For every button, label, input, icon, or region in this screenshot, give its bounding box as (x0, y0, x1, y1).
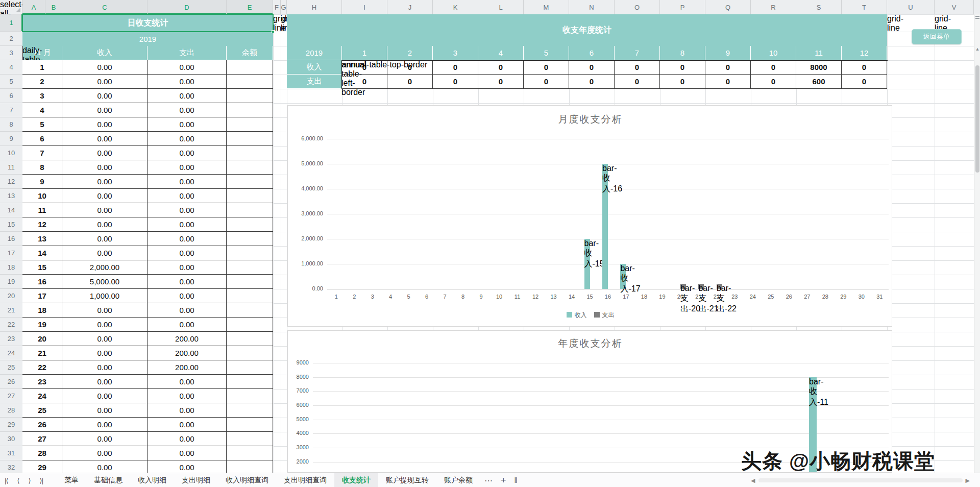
daily-cell-day[interactable]: 25 (22, 403, 62, 418)
column-header-O[interactable]: O (615, 0, 660, 14)
daily-cell-expense[interactable]: 0.00 (148, 418, 227, 432)
column-header-F[interactable]: F (273, 0, 281, 14)
annual-header-month-6[interactable]: 6 (569, 46, 615, 60)
hscroll-left-icon[interactable]: ◀ (748, 477, 758, 484)
annual-header-month-9[interactable]: 9 (705, 46, 751, 60)
daily-cell-income[interactable]: 0.00 (62, 132, 148, 146)
vertical-scrollbar[interactable]: ▲ (974, 14, 980, 473)
daily-cell-balance[interactable] (227, 89, 273, 103)
daily-cell-income[interactable]: 0.00 (62, 460, 148, 473)
annual-cell-支出-10[interactable]: 0 (751, 75, 796, 89)
row-header-20[interactable]: 20 (0, 289, 22, 303)
annual-header-month-11[interactable]: 11 (796, 46, 842, 60)
row-header-29[interactable]: 29 (0, 418, 22, 432)
daily-cell-day[interactable]: 17 (22, 289, 62, 303)
daily-cell-balance[interactable] (227, 389, 273, 403)
annual-cell-收入-6[interactable]: 0 (569, 60, 615, 75)
daily-cell-expense[interactable]: 0.00 (148, 232, 227, 246)
daily-cell-balance[interactable] (227, 332, 273, 346)
annual-cell-支出-12[interactable]: 0 (842, 75, 887, 89)
annual-row-label[interactable]: 收入 (287, 60, 342, 75)
annual-cell-收入-3[interactable]: 0 (433, 60, 478, 75)
daily-cell-income[interactable]: 1,000.00 (62, 289, 148, 303)
daily-cell-day[interactable]: 12 (22, 217, 62, 232)
row-header-28[interactable]: 28 (0, 403, 22, 418)
annual-cell-支出-9[interactable]: 0 (705, 75, 751, 89)
daily-cell-balance[interactable] (227, 289, 273, 303)
daily-cell-expense[interactable]: 200.00 (148, 332, 227, 346)
daily-cell-day[interactable]: 15 (22, 260, 62, 275)
daily-cell-day[interactable]: 16 (22, 275, 62, 289)
daily-cell-expense[interactable]: 0.00 (148, 117, 227, 132)
annual-cell-支出-3[interactable]: 0 (433, 75, 478, 89)
daily-cell-day[interactable]: 5 (22, 117, 62, 132)
daily-cell-expense[interactable]: 0.00 (148, 75, 227, 89)
return-menu-button[interactable]: 返回菜单 (912, 29, 962, 44)
daily-cell-balance[interactable] (227, 432, 273, 446)
split-handle-icon[interactable] (975, 16, 979, 17)
annual-header-month-12[interactable]: 12 (842, 46, 887, 60)
daily-cell-expense[interactable]: 0.00 (148, 160, 227, 175)
daily-cell-income[interactable]: 0.00 (62, 403, 148, 418)
vertical-scroll-thumb[interactable] (975, 65, 979, 173)
column-header-G[interactable]: G (281, 0, 287, 14)
row-header-25[interactable]: 25 (0, 360, 22, 375)
tab-账户提现互转[interactable]: 账户提现互转 (378, 473, 436, 487)
row-header-5[interactable]: 5 (0, 75, 22, 89)
daily-cell-expense[interactable]: 0.00 (148, 318, 227, 332)
annual-cell-收入-9[interactable]: 0 (705, 60, 751, 75)
daily-cell-balance[interactable] (227, 246, 273, 260)
annual-cell-支出-6[interactable]: 0 (569, 75, 615, 89)
column-header-J[interactable]: J (387, 0, 433, 14)
daily-cell-day[interactable]: 29 (22, 460, 62, 473)
row-header-30[interactable]: 30 (0, 432, 22, 446)
daily-cell-balance[interactable] (227, 303, 273, 318)
daily-cell-day[interactable]: 3 (22, 89, 62, 103)
daily-cell-expense[interactable]: 0.00 (148, 403, 227, 418)
row-header-11[interactable]: 11 (0, 160, 22, 175)
annual-header-month-10[interactable]: 10 (751, 46, 796, 60)
daily-cell-day[interactable]: 21 (22, 346, 62, 360)
row-header-27[interactable]: 27 (0, 389, 22, 403)
daily-cell-income[interactable]: 0.00 (62, 432, 148, 446)
daily-cell-day[interactable]: 8 (22, 160, 62, 175)
daily-cell-expense[interactable]: 0.00 (148, 89, 227, 103)
annual-cell-支出-2[interactable]: 0 (387, 75, 433, 89)
daily-cell-expense[interactable]: 0.00 (148, 132, 227, 146)
annual-cell-收入-8[interactable]: 0 (660, 60, 705, 75)
annual-header-year[interactable]: 2019 (287, 46, 342, 60)
daily-cell-expense[interactable]: 0.00 (148, 146, 227, 160)
daily-cell-day[interactable]: 1 (22, 60, 62, 75)
annual-header-month-7[interactable]: 7 (615, 46, 660, 60)
daily-cell-balance[interactable] (227, 375, 273, 389)
daily-cell-balance[interactable] (227, 189, 273, 203)
daily-cell-income[interactable]: 0.00 (62, 360, 148, 375)
daily-cell-income[interactable]: 0.00 (62, 160, 148, 175)
daily-cell-expense[interactable]: 0.00 (148, 203, 227, 217)
daily-cell-income[interactable]: 0.00 (62, 318, 148, 332)
daily-cell-day[interactable]: 13 (22, 232, 62, 246)
daily-cell-day[interactable]: 26 (22, 418, 62, 432)
daily-cell-day[interactable]: 4 (22, 103, 62, 117)
row-header-23[interactable]: 23 (0, 332, 22, 346)
daily-cell-day[interactable]: 22 (22, 360, 62, 375)
daily-cell-day[interactable]: 18 (22, 303, 62, 318)
daily-cell-balance[interactable] (227, 175, 273, 189)
daily-cell-balance[interactable] (227, 75, 273, 89)
nav-first-icon[interactable]: |⟨ (0, 477, 12, 484)
row-header-16[interactable]: 16 (0, 232, 22, 246)
annual-cell-支出-11[interactable]: 600 (796, 75, 842, 89)
tab-收入明细[interactable]: 收入明细 (130, 473, 174, 487)
column-header-N[interactable]: N (569, 0, 615, 14)
daily-cell-day[interactable]: 27 (22, 432, 62, 446)
tab-收入明细查询[interactable]: 收入明细查询 (218, 473, 276, 487)
daily-cell-day[interactable]: 7 (22, 146, 62, 160)
row-header-13[interactable]: 13 (0, 189, 22, 203)
annual-header-month-3[interactable]: 3 (433, 46, 478, 60)
daily-cell-income[interactable]: 0.00 (62, 203, 148, 217)
annual-cell-收入-11[interactable]: 8000 (796, 60, 842, 75)
daily-cell-balance[interactable] (227, 446, 273, 460)
daily-cell-day[interactable]: 24 (22, 389, 62, 403)
column-header-Q[interactable]: Q (705, 0, 751, 14)
nav-prev-icon[interactable]: ⟨ (12, 477, 23, 484)
